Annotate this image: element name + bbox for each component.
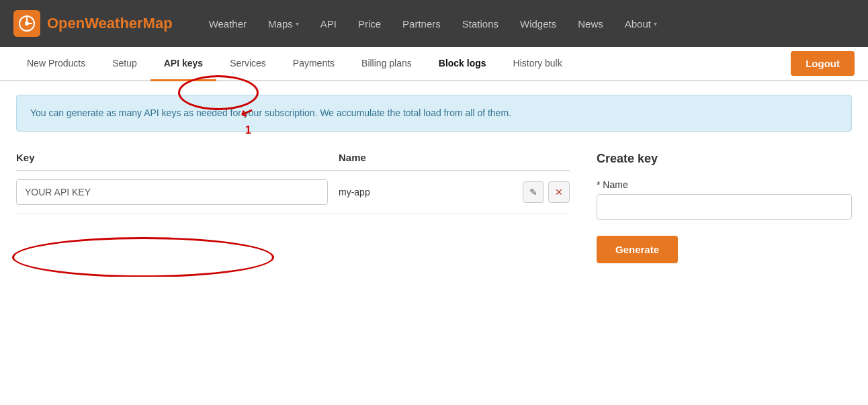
subnav-api-keys[interactable]: API keys bbox=[150, 47, 216, 81]
logo-area[interactable]: OpenWeatherMap bbox=[13, 10, 173, 37]
subnav-block-logs[interactable]: Block logs bbox=[425, 47, 500, 81]
content-row: Key Name my-app ✎ ✕ Create key bbox=[16, 152, 852, 263]
svg-point-1 bbox=[25, 21, 29, 26]
col-key-header: Key bbox=[16, 152, 339, 163]
nav-price[interactable]: Price bbox=[349, 13, 390, 35]
subnav-services[interactable]: Services bbox=[216, 47, 279, 81]
edit-key-button[interactable]: ✎ bbox=[523, 181, 544, 203]
delete-key-button[interactable]: ✕ bbox=[548, 181, 570, 203]
generate-button[interactable]: Generate bbox=[597, 236, 678, 263]
subnav-billing-plans[interactable]: Billing plans bbox=[348, 47, 425, 81]
logo-text: OpenWeatherMap bbox=[47, 15, 173, 32]
nav-news[interactable]: News bbox=[568, 13, 613, 35]
logo-icon bbox=[13, 10, 40, 37]
nav-links: Weather Maps ▾ API Price Partners Statio… bbox=[200, 13, 855, 35]
nav-api[interactable]: API bbox=[311, 13, 346, 35]
col-name-header: Name bbox=[339, 152, 570, 163]
sub-nav-links: New Products Setup API keys Services Pay… bbox=[13, 47, 791, 80]
subnav-setup[interactable]: Setup bbox=[99, 47, 150, 81]
key-input-wrap bbox=[16, 179, 339, 205]
key-name-cell: my-app bbox=[339, 187, 523, 197]
nav-maps[interactable]: Maps ▾ bbox=[259, 13, 308, 35]
nav-stations[interactable]: Stations bbox=[453, 13, 508, 35]
main-content: You can generate as many API keys as nee… bbox=[0, 81, 868, 277]
logout-button[interactable]: Logout bbox=[791, 51, 855, 76]
subnav-payments[interactable]: Payments bbox=[279, 47, 348, 81]
sub-navigation: New Products Setup API keys Services Pay… bbox=[0, 47, 868, 81]
about-caret-icon: ▾ bbox=[654, 20, 657, 28]
name-form-group: * Name bbox=[597, 179, 852, 220]
nav-about[interactable]: About ▾ bbox=[615, 13, 666, 35]
info-banner: You can generate as many API keys as nee… bbox=[16, 95, 852, 132]
create-key-title: Create key bbox=[597, 152, 852, 166]
create-key-section: Create key * Name Generate bbox=[597, 152, 852, 263]
key-actions: ✎ ✕ bbox=[523, 181, 570, 203]
nav-weather[interactable]: Weather bbox=[200, 13, 256, 35]
nav-partners[interactable]: Partners bbox=[393, 13, 450, 35]
name-label: * Name bbox=[597, 179, 852, 190]
api-key-input[interactable] bbox=[16, 179, 328, 205]
nav-widgets[interactable]: Widgets bbox=[511, 13, 566, 35]
create-key-name-input[interactable] bbox=[597, 194, 852, 220]
subnav-new-products[interactable]: New Products bbox=[13, 47, 99, 81]
table-row: my-app ✎ ✕ bbox=[16, 171, 570, 214]
top-navigation: OpenWeatherMap Weather Maps ▾ API Price … bbox=[0, 0, 868, 47]
maps-caret-icon: ▾ bbox=[296, 20, 299, 28]
table-header: Key Name bbox=[16, 152, 570, 171]
subnav-history-bulk[interactable]: History bulk bbox=[500, 47, 576, 81]
api-keys-table-section: Key Name my-app ✎ ✕ bbox=[16, 152, 570, 214]
